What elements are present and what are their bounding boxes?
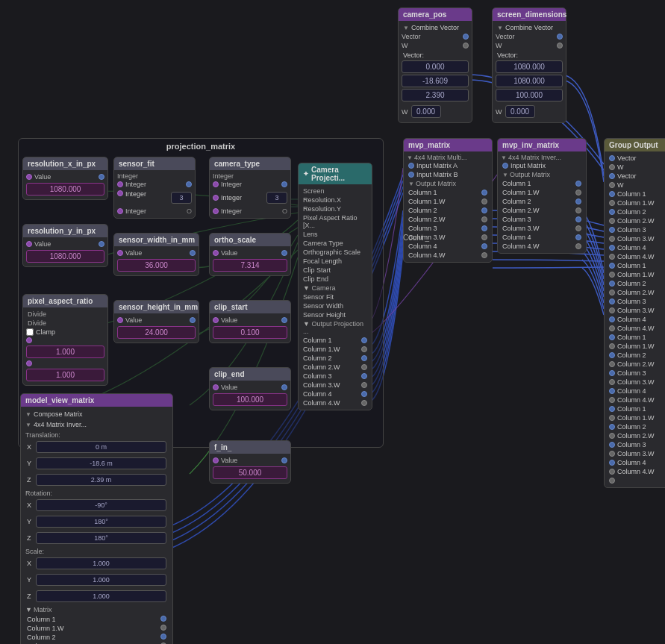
- mvp-in-a[interactable]: [408, 163, 414, 169]
- inv-col2-out[interactable]: [575, 198, 581, 204]
- clip-end-out[interactable]: [281, 384, 287, 390]
- go-col1-in[interactable]: [609, 191, 615, 197]
- mvp-col3w-out[interactable]: [481, 234, 487, 240]
- sz-value[interactable]: 1.000: [36, 590, 166, 602]
- tx-value[interactable]: 0 m: [36, 441, 166, 453]
- res-x-value[interactable]: 1080.000: [26, 183, 104, 196]
- mvp-col1w-out[interactable]: [481, 198, 487, 204]
- go-invcol1w-in[interactable]: [609, 272, 615, 278]
- go-projcol2-in[interactable]: [609, 352, 615, 358]
- go-mvcol2w-in[interactable]: [609, 433, 615, 439]
- vector-out-socket[interactable]: [463, 34, 469, 40]
- inv-col4w-out[interactable]: [575, 243, 581, 249]
- sensor-fit-in3[interactable]: [117, 208, 123, 214]
- sx-value[interactable]: 1.000: [36, 557, 166, 569]
- go-mvcol2-in[interactable]: [609, 424, 615, 430]
- ortho-in[interactable]: [213, 250, 219, 256]
- go-projcol2w-in[interactable]: [609, 361, 615, 367]
- go-mvcol4-in[interactable]: [609, 460, 615, 466]
- mvp-in-b[interactable]: [408, 172, 414, 178]
- go-projcol4-in[interactable]: [609, 388, 615, 394]
- res-y-in-socket[interactable]: [26, 241, 32, 247]
- clamp-checkbox[interactable]: [26, 328, 34, 336]
- ortho-out[interactable]: [281, 250, 287, 256]
- screen-dim-z[interactable]: 100.000: [496, 89, 563, 101]
- col3w-out[interactable]: [361, 382, 367, 388]
- sensor-width-out[interactable]: [190, 250, 196, 256]
- tz-value[interactable]: 2.39 m: [36, 474, 166, 486]
- cam-type-val[interactable]: 3: [266, 192, 287, 204]
- col4w-out[interactable]: [361, 400, 367, 406]
- col2w-out[interactable]: [361, 364, 367, 370]
- sensor-fit-in2[interactable]: [117, 190, 123, 196]
- go-mvcol3-in[interactable]: [609, 442, 615, 448]
- sensor-fit-val[interactable]: 3: [171, 192, 192, 204]
- mvp-col4w-out[interactable]: [481, 252, 487, 258]
- mvp-col4-out[interactable]: [481, 243, 487, 249]
- mvp-col2w-out[interactable]: [481, 216, 487, 222]
- go-w1-in[interactable]: [609, 164, 615, 170]
- sensor-height-out[interactable]: [190, 317, 196, 323]
- camera-pos-y-value[interactable]: -18.609: [402, 75, 469, 87]
- go-mvcol1-in[interactable]: [609, 406, 615, 412]
- go-col4w-in[interactable]: [609, 254, 615, 260]
- clip-end-val[interactable]: 100.000: [213, 393, 287, 406]
- go-col4-in[interactable]: [609, 245, 615, 251]
- sensor-height-val[interactable]: 24.000: [117, 326, 196, 339]
- go-vector1-in[interactable]: [609, 155, 615, 161]
- col1-out[interactable]: [361, 337, 367, 343]
- inv-col2w-out[interactable]: [575, 207, 581, 213]
- go-invcol2-in[interactable]: [609, 281, 615, 287]
- go-projcol1w-in[interactable]: [609, 343, 615, 349]
- screen-dim-x[interactable]: 1080.000: [496, 60, 563, 73]
- cam-type-in1[interactable]: [213, 181, 219, 187]
- screen-vector-socket[interactable]: [557, 34, 563, 40]
- screen-dim-y[interactable]: 1080.000: [496, 75, 563, 87]
- camera-pos-z-value[interactable]: 2.390: [402, 89, 469, 101]
- cam-type-in3[interactable]: [213, 208, 219, 214]
- ortho-val[interactable]: 7.314: [213, 259, 287, 272]
- go-mvcol3w-in[interactable]: [609, 451, 615, 457]
- go-bottom-socket[interactable]: [609, 478, 615, 484]
- col4-out[interactable]: [361, 391, 367, 397]
- rz-value[interactable]: 180°: [36, 532, 166, 544]
- sensor-fit-out[interactable]: [186, 181, 192, 187]
- sy-value[interactable]: 1.000: [36, 574, 166, 586]
- mvp-col1-out[interactable]: [481, 190, 487, 196]
- f-in-val[interactable]: 50.000: [213, 466, 287, 479]
- mv-col1-out[interactable]: [160, 616, 166, 622]
- inv-col4-out[interactable]: [575, 234, 581, 240]
- go-invcol1-in[interactable]: [609, 263, 615, 269]
- ry-value[interactable]: 180°: [36, 516, 166, 528]
- cam-type-in2[interactable]: [213, 195, 219, 201]
- rx-value[interactable]: -90°: [36, 499, 166, 511]
- go-col3w-in[interactable]: [609, 236, 615, 242]
- res-y-out-socket[interactable]: [99, 241, 104, 247]
- sensor-width-val[interactable]: 36.000: [117, 259, 196, 272]
- res-y-value[interactable]: 1080.000: [26, 250, 104, 263]
- inv-col3w-out[interactable]: [575, 225, 581, 231]
- screen-w-socket[interactable]: [557, 43, 563, 49]
- go-invcol4w-in[interactable]: [609, 325, 615, 331]
- camera-pos-w-value[interactable]: 0.000: [411, 105, 441, 118]
- go-mvcol4w-in[interactable]: [609, 469, 615, 475]
- inv-col3-out[interactable]: [575, 216, 581, 222]
- go-projcol4w-in[interactable]: [609, 397, 615, 403]
- go-mvcol1w-in[interactable]: [609, 415, 615, 421]
- go-projcol1-in[interactable]: [609, 334, 615, 340]
- go-projcol3w-in[interactable]: [609, 379, 615, 385]
- go-col2w-in[interactable]: [609, 218, 615, 224]
- sensor-width-in[interactable]: [117, 250, 123, 256]
- inv-col1-out[interactable]: [575, 181, 581, 187]
- go-col2-in[interactable]: [609, 209, 615, 215]
- f-in-out[interactable]: [281, 457, 287, 463]
- w-out-socket[interactable]: [463, 43, 469, 49]
- mvp-inv-in[interactable]: [502, 163, 508, 169]
- res-x-in-socket[interactable]: [26, 174, 32, 180]
- clip-start-in[interactable]: [213, 317, 219, 323]
- f-in-socket[interactable]: [213, 457, 219, 463]
- sensor-fit-in1[interactable]: [117, 181, 123, 187]
- res-x-out-socket[interactable]: [99, 174, 104, 180]
- go-w2-in[interactable]: [609, 182, 615, 188]
- pixel-val2[interactable]: 1.000: [26, 369, 104, 381]
